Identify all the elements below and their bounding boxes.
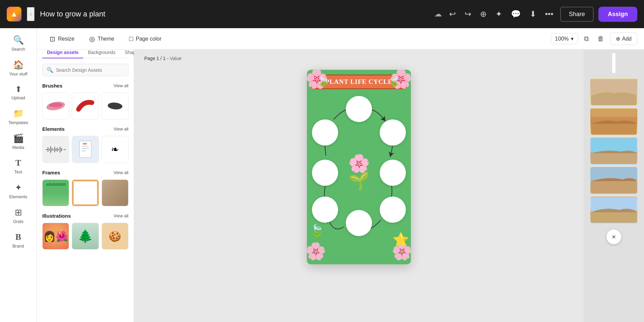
page-color-label: Page color bbox=[136, 36, 162, 42]
illus-item-woman[interactable]: 👩‍🌺 bbox=[42, 223, 69, 250]
sidebar-yourstuff-label: Your stuff bbox=[9, 71, 27, 76]
main-canvas-area: Page 1 / 1 - Value 🌸 🌸 🍃 🍃 🌸 🌸 ⭐ 🍃 Plant… bbox=[134, 50, 584, 322]
cloud-icon: ☁ bbox=[434, 10, 442, 18]
sidebar-item-yourstuff[interactable]: 🏠 Your stuff bbox=[3, 56, 34, 80]
toolbar: ⊡ Resize ◎ Theme □ Page color 100% ▾ ⧉ 🗑… bbox=[37, 28, 644, 50]
more-button[interactable]: ••• bbox=[543, 7, 555, 21]
add-button[interactable]: ⊕ Add bbox=[610, 33, 637, 45]
undo-button[interactable]: ↩ bbox=[447, 7, 458, 21]
sidebar-media-label: Media bbox=[12, 145, 24, 150]
brushes-view-all[interactable]: View all bbox=[113, 83, 128, 88]
duplicate-button[interactable]: ⧉ bbox=[581, 32, 591, 45]
sidebar-brand-label: Brand bbox=[12, 244, 24, 249]
frame-item-photo[interactable] bbox=[102, 179, 128, 206]
center-flower: 🌸🌱 bbox=[348, 155, 370, 190]
right-thumb-4[interactable] bbox=[590, 167, 637, 194]
circle-top-left[interactable] bbox=[312, 119, 338, 146]
svg-rect-21 bbox=[83, 143, 87, 145]
zoom-value: 100% bbox=[555, 36, 569, 42]
frames-view-all[interactable]: View all bbox=[113, 170, 128, 175]
illustrations-section-header: Illustrations View all bbox=[42, 213, 128, 219]
canvas-wrapper[interactable]: 🌸 🌸 🍃 🍃 🌸 🌸 ⭐ 🍃 Plant Life Cycle bbox=[307, 70, 411, 264]
sidebar-item-text[interactable]: T Text bbox=[3, 155, 34, 178]
circle-bot-left[interactable] bbox=[312, 197, 338, 223]
brushes-title: Brushes bbox=[42, 83, 62, 89]
page-value: Value bbox=[170, 56, 181, 61]
sidebar-item-upload[interactable]: ⬆ Upload bbox=[3, 81, 34, 104]
grids-icon: ⊞ bbox=[15, 207, 22, 218]
right-panel-close-button[interactable]: × bbox=[606, 229, 621, 244]
resize-button[interactable]: ⊡ Resize bbox=[44, 32, 80, 46]
download-button[interactable]: ⬇ bbox=[528, 7, 538, 21]
theme-icon: ◎ bbox=[89, 35, 95, 43]
illus-item-cookie[interactable]: 🍪 bbox=[102, 223, 128, 250]
brush-item-black[interactable] bbox=[102, 93, 128, 119]
star-button[interactable]: ✦ bbox=[493, 7, 504, 21]
search-input[interactable] bbox=[56, 67, 124, 73]
templates-icon: 📁 bbox=[13, 108, 24, 119]
sidebar-search-label: Search bbox=[11, 47, 25, 52]
circle-top[interactable] bbox=[346, 96, 372, 122]
redo-button[interactable]: ↪ bbox=[463, 7, 473, 21]
element-item-ornament[interactable]: ❧ bbox=[102, 136, 128, 163]
circle-mid-right[interactable] bbox=[380, 160, 406, 186]
frames-section-header: Frames View all bbox=[42, 170, 128, 175]
resize-label: Resize bbox=[58, 36, 74, 42]
right-thumb-5[interactable] bbox=[590, 197, 637, 223]
right-thumb-3[interactable] bbox=[590, 138, 637, 164]
sidebar-upload-label: Upload bbox=[11, 95, 25, 100]
circle-bot-right[interactable] bbox=[380, 197, 406, 223]
page-color-icon: □ bbox=[129, 35, 133, 43]
sidebar-item-media[interactable]: 🎬 Media bbox=[3, 130, 34, 153]
comments-button[interactable]: 💬 bbox=[509, 7, 523, 21]
circle-bottom[interactable] bbox=[346, 210, 372, 236]
sidebar-grids-label: Grids bbox=[13, 219, 23, 224]
panel-collapse[interactable] bbox=[612, 53, 615, 73]
sidebar: 🔍 Search 🏠 Your stuff ⬆ Upload 📁 Templat… bbox=[0, 28, 37, 322]
frames-grid bbox=[42, 179, 128, 206]
text-icon: T bbox=[15, 158, 21, 168]
theme-button[interactable]: ◎ Theme bbox=[83, 32, 120, 46]
plant-card[interactable]: 🌸 🌸 🍃 🍃 🌸 🌸 ⭐ 🍃 Plant Life Cycle bbox=[307, 70, 411, 264]
add-icon: ⊕ bbox=[616, 36, 620, 42]
element-item-sound[interactable] bbox=[42, 136, 69, 163]
frame-item-grass[interactable] bbox=[42, 179, 69, 206]
frames-title: Frames bbox=[42, 170, 60, 175]
svg-rect-29 bbox=[591, 181, 637, 194]
sidebar-item-grids[interactable]: ⊞ Grids bbox=[3, 204, 34, 227]
frame-item-orange[interactable] bbox=[72, 179, 99, 206]
right-thumb-1[interactable] bbox=[590, 78, 637, 105]
element-item-document[interactable] bbox=[72, 136, 99, 163]
illus-item-tree[interactable]: 🌲 bbox=[72, 223, 99, 250]
page-indicator: Page 1 / 1 bbox=[144, 56, 166, 61]
sidebar-item-brand[interactable]: B Brand bbox=[3, 229, 34, 252]
logo-symbol: ▲ bbox=[10, 10, 18, 18]
illustrations-view-all[interactable]: View all bbox=[113, 213, 128, 218]
sidebar-item-templates[interactable]: 📁 Templates bbox=[3, 105, 34, 128]
page-color-button[interactable]: □ Page color bbox=[123, 32, 168, 45]
assign-button[interactable]: Assign bbox=[598, 7, 637, 22]
sidebar-item-elements[interactable]: ✦ Elements bbox=[3, 179, 34, 203]
brushes-section-header: Brushes View all bbox=[42, 83, 128, 89]
media-icon: 🎬 bbox=[13, 133, 24, 144]
brand-icon: B bbox=[15, 232, 21, 242]
svg-rect-27 bbox=[591, 153, 637, 164]
canvas-label: Page 1 / 1 - Value bbox=[144, 56, 181, 61]
delete-button[interactable]: 🗑 bbox=[595, 32, 607, 45]
zoom-control[interactable]: 100% ▾ bbox=[551, 33, 578, 44]
svg-point-2 bbox=[107, 102, 123, 110]
brush-item-pink[interactable] bbox=[42, 93, 69, 119]
location-button[interactable]: ⊕ bbox=[478, 7, 489, 21]
elements-view-all[interactable]: View all bbox=[113, 126, 128, 131]
sidebar-item-search[interactable]: 🔍 Search bbox=[3, 32, 34, 55]
back-button[interactable]: ‹ bbox=[27, 7, 35, 21]
svg-rect-23 bbox=[591, 96, 637, 105]
circle-top-right[interactable] bbox=[380, 119, 406, 146]
elements-section-header: Elements View all bbox=[42, 126, 128, 132]
brush-item-red[interactable] bbox=[72, 93, 99, 119]
elements-grid: ❧ bbox=[42, 136, 128, 163]
app-logo[interactable]: ▲ bbox=[7, 7, 21, 21]
right-thumb-2[interactable] bbox=[590, 108, 637, 135]
circle-mid-left[interactable] bbox=[312, 160, 338, 186]
share-button[interactable]: Share bbox=[560, 7, 594, 22]
